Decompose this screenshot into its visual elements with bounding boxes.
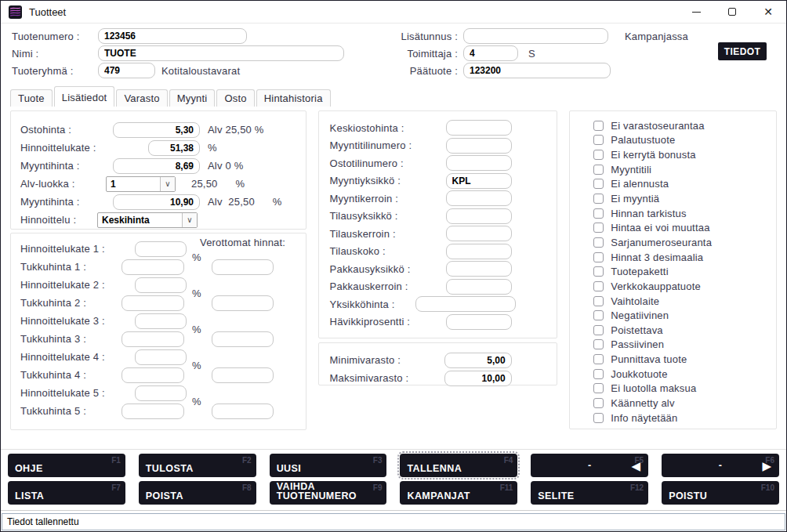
hinnoittelukate-tier-input[interactable] [135,385,187,401]
checkbox[interactable] [593,165,604,175]
veroton-hinta-input[interactable] [212,404,274,419]
tab[interactable]: Lisätiedot [54,86,115,107]
chevron-down-icon: ∨ [160,177,175,191]
tiedot-button[interactable]: TIEDOT [718,42,767,60]
tuoteryhma-label: Tuoteryhmä : [12,65,74,77]
tukkuhinta-input[interactable] [121,331,184,347]
tuoteryhma-input[interactable] [98,63,155,78]
maksimivarasto-input[interactable] [444,371,512,386]
hinnoittelukate-tier-label: Hinnoittelukate 4 : [20,351,122,363]
unit-value-input[interactable] [446,155,512,171]
checkbox[interactable] [593,194,604,204]
checkbox-row: Sarjanumeroseuranta [593,235,776,250]
tab[interactable]: Hintahistoria [256,89,331,107]
toimittaja-code-text: S [528,48,535,60]
unit-value-input[interactable] [446,138,512,154]
tab[interactable]: Varasto [116,89,167,107]
checkbox[interactable] [593,413,604,423]
function-button[interactable]: LISTA F7 [8,481,125,505]
unit-value-input[interactable] [446,279,512,295]
hinnoittelukate-tier-input[interactable] [135,241,187,257]
checkbox-label: Hinnat 3 desimaalia [611,252,703,263]
hinnoittelukate-input[interactable] [148,140,200,156]
function-button[interactable]: UUSI F3 [270,454,387,477]
function-button[interactable]: VAIHDA TUOTENUMERO F9 [270,481,387,505]
tier-pct-text: % [192,396,201,407]
checkbox-row: Hinnat 3 desimaalia [593,250,776,265]
checkbox[interactable] [593,310,604,320]
function-button[interactable]: KAMPANJAT F11 [400,481,517,505]
nimi-input[interactable] [98,45,344,61]
unit-value-input[interactable] [446,314,512,330]
function-button[interactable]: TULOSTA F2 [139,454,256,477]
veroton-hinta-input[interactable] [212,331,274,347]
hinnoittelukate-tier-input[interactable] [135,349,187,365]
minimivarasto-input[interactable] [444,353,512,368]
checkbox[interactable] [593,223,604,233]
unit-value-input[interactable] [446,173,512,189]
unit-value-input[interactable] [446,226,512,241]
minimize-button[interactable] [678,1,714,23]
veroton-hinta-input[interactable] [212,259,274,275]
checkbox[interactable] [593,339,604,349]
checkbox[interactable] [593,296,604,306]
hinnoittelukate-tier-input[interactable] [135,313,187,329]
paatuote-input[interactable] [463,63,611,78]
myyntihinta-veroton-input[interactable] [113,158,200,174]
lisatunnus-input[interactable] [463,28,608,44]
function-button[interactable]: - ▶ F6 [662,454,779,477]
function-button[interactable]: OHJE F1 [8,454,125,477]
tab[interactable]: Tuote [10,89,53,107]
tab[interactable]: Osto [216,89,254,107]
tab-page-lisatiedot: Ostohinta : Alv 25,50 % Hinnoittelukate … [1,107,786,430]
close-icon: ✕ [763,6,773,17]
tukkuhinta-input[interactable] [121,404,184,419]
checkbox[interactable] [593,208,604,219]
alv-luokka-select[interactable]: 1 ∨ [106,176,176,192]
function-button[interactable]: POISTU F10 [662,481,779,505]
unit-value-input[interactable] [446,120,512,136]
checkbox[interactable] [593,369,604,379]
tuotenumero-input[interactable] [98,28,247,44]
unit-row: Hävikkiprosentti : [330,313,557,331]
function-button[interactable]: TALLENNA F4 [400,454,517,477]
myyntihinta-verollinen-input[interactable] [113,194,200,210]
title-bar: Tuotteet ✕ [1,1,786,24]
unit-value-input[interactable] [446,244,512,259]
veroton-hinta-input[interactable] [212,367,274,383]
checkbox[interactable] [593,237,604,248]
function-button[interactable]: POISTA F8 [139,481,256,505]
function-button[interactable]: SELITE F12 [531,481,648,505]
checkbox[interactable] [593,398,604,408]
function-button[interactable]: - ◀ F5 [531,454,648,477]
unit-value-input[interactable] [446,261,512,277]
unit-value-input[interactable] [446,190,512,206]
ostohinta-input[interactable] [113,122,200,138]
checkbox-label: Poistettava [611,324,663,336]
tukkuhinta-label: Tukkuhinta 2 : [20,297,122,309]
checkbox[interactable] [593,179,604,189]
close-button[interactable]: ✕ [750,1,786,23]
hinnoittelukate-tier-input[interactable] [135,277,187,293]
checkbox[interactable] [593,325,604,335]
checkbox[interactable] [593,135,604,145]
checkbox[interactable] [593,281,604,291]
checkbox-row: Vaihtolaite [593,294,776,309]
unit-value-input[interactable] [415,296,516,312]
checkbox[interactable] [593,150,604,160]
tukkuhinta-input[interactable] [121,367,184,383]
checkbox[interactable] [593,354,604,364]
tab[interactable]: Myynti [169,89,216,107]
nimi-label: Nimi : [12,48,38,60]
hinnoittelu-select[interactable]: Keskihinta ∨ [97,212,198,228]
toimittaja-input[interactable] [463,45,518,61]
checkbox[interactable] [593,266,604,277]
checkbox[interactable] [593,121,604,131]
maximize-button[interactable] [714,1,750,23]
tukkuhinta-input[interactable] [121,259,184,275]
checkbox[interactable] [593,252,604,262]
unit-value-input[interactable] [446,208,512,224]
tukkuhinta-input[interactable] [121,295,184,311]
veroton-hinta-input[interactable] [212,295,274,311]
checkbox[interactable] [593,383,604,393]
